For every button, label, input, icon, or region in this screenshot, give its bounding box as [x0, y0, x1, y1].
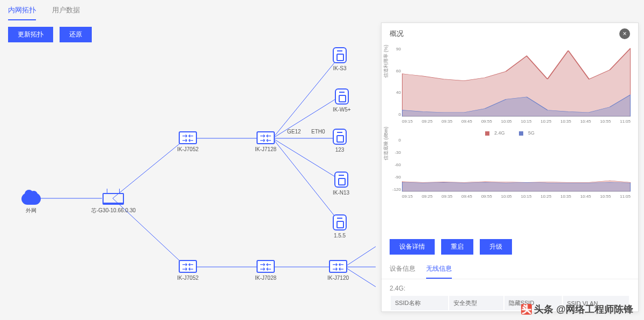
device-detail-button[interactable]: 设备详情	[390, 239, 435, 255]
node-sw2[interactable]: IK-J7128	[255, 131, 276, 152]
edge-label: GE12	[287, 129, 301, 135]
section-24g-title: 2.4G:	[382, 279, 638, 295]
topology-canvas[interactable]: 外网芯-G30-10.66.0.30IK-J7052IK-J7128IK-J70…	[0, 38, 376, 316]
node-ap5[interactable]: 1.5.5	[333, 214, 347, 239]
svg-line-11	[345, 247, 376, 267]
svg-line-1	[113, 138, 186, 198]
panel-actions: 设备详情 重启 升级	[382, 234, 638, 260]
channel-noise-chart: 信道底噪 (dBm) 0-30-60-90-120 09:1509:2509:3…	[387, 136, 633, 205]
router-icon	[103, 193, 124, 205]
node-ap4[interactable]: IK-N13	[333, 172, 349, 196]
chart-legend: 2.4G 5G	[387, 130, 633, 136]
upgrade-button[interactable]: 升级	[480, 239, 512, 255]
node-ap1[interactable]: IK-S3	[333, 47, 347, 71]
access-point-icon	[333, 47, 347, 63]
chart-ylabel: 信道底噪 (dBm)	[383, 126, 390, 160]
access-point-icon	[333, 129, 347, 145]
ssid-col: SSID名称	[391, 296, 448, 310]
node-label: 外网	[21, 207, 41, 214]
node-sw4[interactable]: IK-J7028	[255, 260, 276, 281]
chart-ylabel: 信道利用率 (%)	[383, 44, 390, 77]
switch-icon	[179, 260, 197, 273]
switch-icon	[257, 260, 275, 273]
switch-icon	[257, 131, 275, 144]
detail-panel: 概况 × 信道利用率 (%) 9060400 09:1509:2509:3509…	[381, 23, 639, 312]
access-point-icon	[333, 214, 347, 230]
tab-topology[interactable]: 内网拓扑	[8, 5, 36, 20]
node-label: IK-J7128	[255, 146, 276, 152]
node-ap3[interactable]: 123	[333, 129, 347, 153]
node-label: IK-J7052	[177, 146, 199, 152]
node-sw3[interactable]: IK-J7052	[177, 260, 199, 281]
node-label: IK-J7120	[327, 275, 349, 281]
reboot-button[interactable]: 重启	[441, 239, 473, 255]
svg-line-10	[273, 138, 340, 222]
ssid-table: SSID名称安全类型隐藏SSIDSSID VLAN	[390, 295, 630, 311]
node-label: IK-J7052	[177, 275, 199, 281]
node-sw1[interactable]: IK-J7052	[177, 131, 199, 152]
ssid-col: SSID VLAN	[563, 296, 629, 310]
node-label: IK-W5+	[333, 107, 351, 113]
node-label: IK-J7028	[255, 275, 276, 281]
switch-icon	[329, 260, 347, 273]
ssid-col: 隐藏SSID	[504, 296, 562, 310]
ssid-col: 安全类型	[449, 296, 503, 310]
node-label: 1.5.5	[333, 233, 347, 239]
access-point-icon	[334, 172, 348, 188]
cloud-icon	[21, 193, 41, 205]
node-label: 芯-G30-10.66.0.30	[91, 207, 136, 214]
tab-device-info[interactable]: 设备信息	[390, 260, 415, 279]
node-sw5[interactable]: IK-J7120	[327, 260, 349, 281]
channel-utilization-chart: 信道利用率 (%) 9060400 09:1509:2509:3509:4509…	[387, 44, 633, 130]
tab-wireless-info[interactable]: 无线信息	[426, 260, 452, 279]
node-label: 123	[333, 147, 347, 153]
node-label: IK-S3	[333, 65, 347, 71]
svg-line-7	[273, 96, 340, 138]
switch-icon	[179, 131, 197, 144]
close-icon[interactable]: ×	[619, 28, 630, 39]
svg-line-13	[345, 267, 376, 287]
access-point-icon	[335, 88, 349, 105]
node-label: IK-N13	[333, 190, 349, 196]
svg-line-6	[273, 56, 340, 138]
edge-label: ETH0	[311, 129, 325, 135]
svg-line-9	[273, 138, 340, 180]
tab-userdata[interactable]: 用户数据	[52, 5, 80, 20]
panel-tabs: 设备信息 无线信息	[382, 260, 638, 279]
node-router[interactable]: 芯-G30-10.66.0.30	[91, 193, 136, 214]
node-wan[interactable]: 外网	[21, 193, 41, 214]
node-ap2[interactable]: IK-W5+	[333, 88, 351, 113]
panel-title: 概况	[390, 29, 404, 39]
header-tabs: 内网拓扑 用户数据	[0, 0, 644, 20]
